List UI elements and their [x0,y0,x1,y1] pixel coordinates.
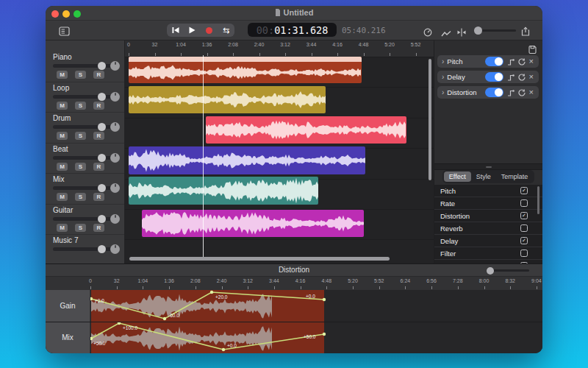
mute-button[interactable]: M [57,71,68,79]
automation-point[interactable] [222,347,225,350]
mute-button[interactable]: M [57,193,68,201]
audio-clip[interactable] [142,210,364,237]
mute-button[interactable]: M [57,102,68,110]
timeline-area[interactable]: 0321:041:362:082:403:123:444:164:485:205… [125,40,434,263]
toolbar-zoom-slider[interactable] [475,29,516,32]
effect-list-item[interactable]: Reverb [434,222,542,235]
record-arm-button[interactable]: R [93,102,104,110]
solo-button[interactable]: S [75,132,86,140]
automation-zoom-slider[interactable] [488,269,529,272]
track-volume-slider[interactable] [53,186,112,190]
split-tool-button[interactable] [457,26,466,40]
reset-effect-button[interactable] [518,89,526,96]
list-scrollbar[interactable] [537,186,539,214]
track-volume-knob[interactable] [98,123,106,131]
record-arm-button[interactable]: R [93,71,104,79]
automation-point[interactable] [90,297,93,300]
timeline-vertical-scrollbar[interactable] [429,59,431,180]
pan-knob[interactable] [110,122,120,132]
reset-effect-button[interactable] [518,58,526,66]
reset-effect-button[interactable] [518,74,526,81]
solo-button[interactable]: S [75,71,86,79]
chevron-right-icon[interactable]: › [442,73,444,81]
automation-point[interactable] [210,291,213,294]
pan-knob[interactable] [110,183,120,193]
track-header[interactable]: DrumMSR [46,113,124,144]
track-volume-knob[interactable] [98,245,106,253]
track-volume-knob[interactable] [98,184,106,192]
effect-enable-toggle[interactable] [485,57,503,66]
track-volume-knob[interactable] [98,62,106,70]
skip-back-button[interactable] [169,25,182,35]
automation-curve-button[interactable] [507,58,514,66]
sidebar-toggle-button[interactable] [59,26,70,39]
track-volume-slider[interactable] [53,95,112,99]
remove-effect-button[interactable]: × [529,57,534,66]
solo-button[interactable]: S [75,224,86,232]
tab-effect[interactable]: Effect [444,171,471,182]
mute-button[interactable]: M [57,132,68,140]
track-volume-slider[interactable] [53,125,112,129]
automation-point[interactable] [323,298,326,301]
solo-button[interactable]: S [75,193,86,201]
automation-zoom-knob[interactable] [487,267,494,275]
track-header[interactable]: PianoMSR [46,52,124,82]
audio-clip[interactable] [129,57,362,83]
effect-list-item[interactable]: Rate [434,197,542,210]
effect-list-item[interactable]: Filter [434,247,542,260]
solo-button[interactable]: S [75,163,86,171]
effect-enable-toggle[interactable] [485,88,503,97]
effect-chain-row[interactable]: ›Pitch× [437,55,539,68]
track-volume-knob[interactable] [98,215,106,223]
playhead[interactable] [203,55,204,258]
record-arm-button[interactable]: R [93,163,104,171]
pan-knob[interactable] [110,153,120,163]
effect-list-item[interactable]: Delay✓ [434,235,542,247]
chevron-right-icon[interactable]: › [442,57,444,66]
remove-effect-button[interactable]: × [529,88,534,96]
loop-button[interactable]: ⇆ [220,25,233,35]
audio-clip[interactable] [206,116,406,144]
effect-checkbox[interactable]: ✓ [520,212,528,219]
record-arm-button[interactable]: R [93,193,104,201]
automation-curve-button[interactable] [507,74,514,81]
tab-template[interactable]: Template [496,171,534,182]
effect-chain-row[interactable]: ›Delay× [437,71,539,83]
lane-content[interactable]: +0.0-60.0+20.0+0.0 [90,290,542,322]
track-volume-knob[interactable] [98,154,106,162]
tempo-button[interactable] [423,26,432,40]
automation-curve-button[interactable] [507,89,514,96]
record-arm-button[interactable]: R [93,132,104,140]
effect-checkbox[interactable]: ✓ [520,187,528,194]
effect-checkbox[interactable] [520,224,528,232]
automation-point[interactable] [163,317,166,320]
remove-effect-button[interactable]: × [529,73,534,81]
play-button[interactable] [186,25,199,35]
share-button[interactable] [521,26,530,39]
track-header[interactable]: Music 7 [46,235,124,263]
effect-checkbox[interactable] [520,199,528,207]
toolbar-zoom-slider-knob[interactable] [474,26,482,35]
effect-list-item[interactable]: Distortion✓ [434,210,542,222]
track-header[interactable]: BeatMSR [46,144,124,174]
effect-checkbox[interactable]: ✓ [520,237,528,244]
effect-checkbox[interactable] [520,250,528,257]
timeline-ruler[interactable]: 0321:041:362:082:403:123:444:164:485:205… [125,40,434,57]
track-volume-slider[interactable] [53,217,112,221]
mute-button[interactable]: M [57,163,68,171]
chevron-right-icon[interactable]: › [442,88,444,96]
automation-point[interactable] [323,332,326,335]
lane-content[interactable]: +50.0+100.0+0.0+50.0 [90,322,542,354]
track-header[interactable]: GuitarMSR [46,205,124,236]
track-header[interactable]: MixMSR [46,174,124,205]
pan-knob[interactable] [110,244,120,254]
automation-mode-button[interactable] [441,27,451,40]
pan-knob[interactable] [110,92,120,102]
effect-chain-row[interactable]: ›Distortion× [437,86,539,99]
effect-list-item[interactable]: Pitch✓ [434,185,542,197]
solo-button[interactable]: S [75,102,86,110]
track-header[interactable]: LoopMSR [46,82,124,113]
track-volume-knob[interactable] [98,93,106,101]
track-volume-slider[interactable] [53,64,112,68]
audio-clip[interactable] [129,146,365,174]
